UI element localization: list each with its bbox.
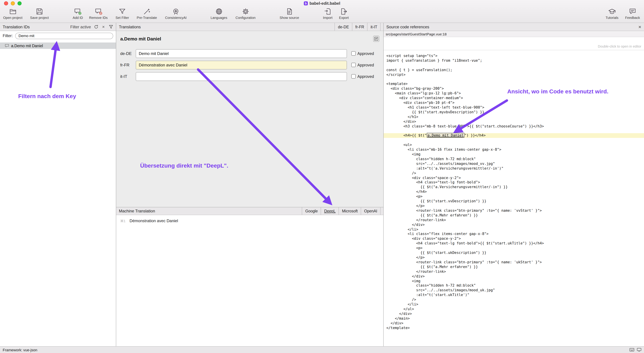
gear-icon: [242, 8, 249, 15]
approved-checkbox-fr[interactable]: [351, 63, 356, 67]
filter-icon[interactable]: [108, 25, 113, 29]
mt-provider-buttons: Google DeepL Microsoft OpenAI: [302, 207, 380, 215]
code-line: </h4>: [384, 190, 644, 194]
approved-checkbox-de[interactable]: [351, 51, 356, 56]
open-project-button[interactable]: Open project: [3, 8, 22, 20]
code-line: src="../../assets/images/mood_uk.jpg": [384, 288, 644, 293]
toolbar-label: Configuration: [236, 16, 256, 20]
mt-suggestion-row[interactable]: ⌘1 Démonstration avec Daniel: [120, 218, 379, 223]
translation-row-it: it-IT Approved: [120, 72, 379, 81]
highlighted-translation-key[interactable]: a.Demo mit Daniel: [427, 133, 464, 138]
code-line: <div class="container-medium">: [384, 96, 644, 101]
bubble-icon: [5, 44, 9, 48]
code-line: <h4>{{ $t("a.Demo mit Daniel") }}</h4>: [384, 133, 644, 138]
code-line: {{ $t("start.myvbvDescription") }}: [384, 110, 644, 115]
code-line: {{ $t("a.Mehr erfahren") }}: [384, 265, 644, 269]
toolbar-label: ConsistencyAI: [165, 16, 186, 20]
import-button[interactable]: Import: [323, 8, 332, 20]
code-line: </h1>: [384, 115, 644, 119]
mt-provider-microsoft[interactable]: Microsoft: [339, 207, 361, 215]
editor-hint: Double-click to open in editor: [598, 45, 641, 48]
mt-provider-openai[interactable]: OpenAI: [361, 207, 380, 215]
translation-ids-header: Translation IDs Filter active ×: [0, 23, 116, 31]
code-line: </p>: [384, 204, 644, 208]
translation-input-fr[interactable]: [136, 61, 347, 69]
code-line: </li>: [384, 302, 644, 307]
code-line: :alt="t('a.Versicherungsvermittler/-in')…: [384, 166, 644, 171]
language-label: fr-FR: [120, 63, 136, 67]
code-line: <img: [384, 279, 644, 283]
machine-translation-content: ⌘1 Démonstration avec Daniel: [116, 215, 383, 346]
add-id-button[interactable]: Add ID: [72, 8, 83, 20]
translation-id-item[interactable]: a.Demo mit Daniel: [0, 43, 116, 49]
code-line: [384, 77, 644, 82]
code-line: <p>: [384, 194, 644, 199]
translation-row-fr: fr-FR Approved: [120, 60, 379, 70]
filter-row: Filter:: [0, 31, 116, 41]
consistency-ai-button[interactable]: ConsistencyAI: [165, 8, 186, 20]
show-source-button[interactable]: Show source: [280, 8, 299, 20]
code-line: {{ $t("start.vvDescription") }}: [384, 199, 644, 204]
toolbar: Open project Save project Add ID Remove …: [0, 7, 644, 23]
note-button[interactable]: [373, 36, 379, 42]
remove-ids-button[interactable]: Remove IDs: [89, 8, 108, 20]
entry-id-heading: a.Demo mit Daniel: [120, 36, 161, 42]
panel-title: Translations: [119, 25, 141, 29]
lang-tab-fr[interactable]: fr-FR: [352, 23, 367, 31]
export-button[interactable]: Export: [339, 8, 349, 20]
code-line: <div class="bg-gray-200">: [384, 87, 644, 91]
toolbar-label: Export: [339, 16, 349, 20]
code-line: <div class="space-y-2">: [384, 175, 644, 180]
code-lines: <script setup lang="ts">import { useTran…: [384, 54, 644, 330]
feedback-button[interactable]: Feedback: [625, 8, 640, 20]
window-title-text: babel-edit.babel: [310, 1, 340, 6]
close-window-button[interactable]: [4, 1, 8, 6]
bubble-plus-icon: [74, 8, 82, 15]
code-line: </script>: [384, 72, 644, 77]
translation-input-it[interactable]: [136, 72, 347, 81]
code-view[interactable]: <script setup lang="ts">import { useTran…: [384, 50, 644, 346]
zoom-window-button[interactable]: [18, 1, 22, 6]
translation-id-list: a.Demo mit Daniel: [0, 41, 116, 346]
set-filter-button[interactable]: Set Filter: [116, 8, 129, 20]
code-line: [384, 129, 644, 133]
lang-tab-it[interactable]: it-IT: [367, 23, 380, 31]
code-line: </div>: [384, 311, 644, 316]
seal-icon: [172, 8, 180, 15]
panel-title: Machine Translation: [119, 209, 155, 213]
approved-label: Approved: [357, 74, 374, 78]
code-line: src="../../assets/images/mood_vv.jpg": [384, 162, 644, 166]
translation-input-de[interactable]: [136, 49, 347, 58]
minimize-window-button[interactable]: [11, 1, 15, 6]
lang-tab-de[interactable]: de-DE: [335, 23, 352, 31]
mt-provider-google[interactable]: Google: [302, 207, 321, 215]
code-line: </router-link>: [384, 218, 644, 222]
clear-filter-icon[interactable]: ×: [101, 25, 106, 29]
save-project-button[interactable]: Save project: [30, 8, 49, 20]
main-area: Translation IDs Filter active × Filter: …: [0, 23, 644, 346]
translations-header: Translations de-DE fr-FR it-IT: [116, 23, 383, 31]
toolbar-label: Save project: [30, 16, 49, 20]
code-line: [384, 138, 644, 143]
titlebar: b babel-edit.babel: [0, 0, 644, 7]
file-reference-bar[interactable]: src/pages/start/GuestStartPage.vue:18: [384, 31, 644, 37]
code-line: />: [384, 297, 644, 302]
filter-input[interactable]: [15, 33, 113, 39]
keyboard-icon[interactable]: [630, 348, 634, 352]
tutorials-button[interactable]: Tutorials: [606, 8, 618, 20]
display-icon[interactable]: [637, 348, 641, 352]
refresh-icon[interactable]: [94, 25, 98, 29]
mt-shortcut-label: ⌘1: [120, 219, 126, 223]
close-panel-icon[interactable]: ×: [638, 24, 641, 29]
pre-translate-button[interactable]: Pre-Translate: [137, 8, 157, 20]
code-line: <div class="pb-10 pt-4">: [384, 101, 644, 105]
language-label: it-IT: [120, 74, 136, 79]
export-icon: [340, 8, 348, 15]
code-line: {{ $t("a.Mehr erfahren") }}: [384, 213, 644, 218]
configuration-button[interactable]: Configuration: [236, 8, 256, 20]
approved-checkbox-it[interactable]: [351, 74, 356, 79]
code-line: </li>: [384, 227, 644, 232]
mt-provider-deepl[interactable]: DeepL: [321, 207, 339, 215]
code-line: <div class="space-y-2">: [384, 236, 644, 241]
languages-button[interactable]: Languages: [211, 8, 227, 20]
